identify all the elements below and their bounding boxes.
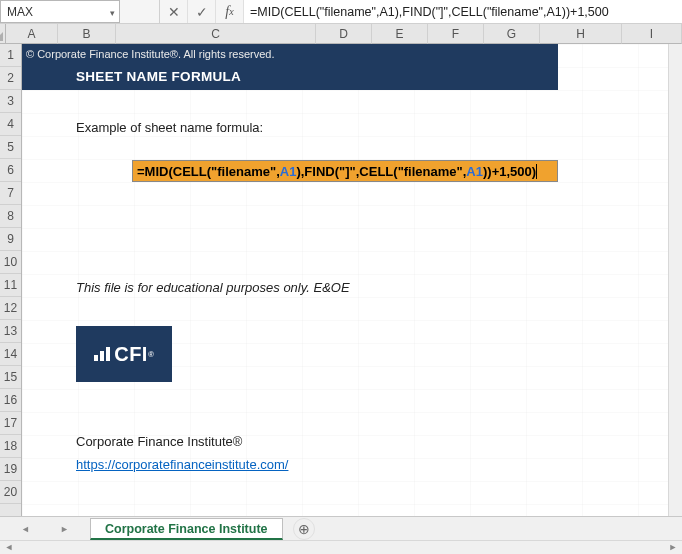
copyright-text: © Corporate Finance Institute®. All righ… bbox=[26, 48, 275, 60]
row-header[interactable]: 20 bbox=[0, 481, 21, 504]
row-header[interactable]: 16 bbox=[0, 389, 21, 412]
logo-text: CFI bbox=[114, 343, 148, 366]
formula-bar-text: =MID(CELL("filename",A1),FIND("]",CELL("… bbox=[250, 5, 609, 19]
title-band: © Corporate Finance Institute®. All righ… bbox=[22, 44, 558, 90]
row-header[interactable]: 10 bbox=[0, 251, 21, 274]
company-name: Corporate Finance Institute® bbox=[76, 434, 242, 449]
formula-token: +1,500 bbox=[492, 164, 532, 179]
formula-token: CELL bbox=[359, 164, 393, 179]
cancel-formula-button[interactable]: ✕ bbox=[160, 0, 188, 23]
insert-function-button[interactable]: fx bbox=[216, 0, 244, 23]
row-header[interactable]: 6 bbox=[0, 159, 21, 182]
row-header[interactable]: 14 bbox=[0, 343, 21, 366]
row-header[interactable]: 2 bbox=[0, 67, 21, 90]
tab-nav-buttons[interactable]: ◄ ► bbox=[0, 517, 90, 540]
column-header[interactable]: C bbox=[116, 24, 316, 44]
active-cell-c6[interactable]: =MID(CELL("filename",A1),FIND("]",CELL("… bbox=[132, 160, 558, 182]
scroll-left-icon[interactable]: ◄ bbox=[2, 542, 16, 554]
row-header[interactable]: 8 bbox=[0, 205, 21, 228]
column-header[interactable]: D bbox=[316, 24, 372, 44]
worksheet-grid[interactable]: 1 2 3 4 5 6 7 8 9 10 11 12 13 14 15 16 1… bbox=[0, 44, 682, 522]
column-header[interactable]: E bbox=[372, 24, 428, 44]
row-header[interactable]: 11 bbox=[0, 274, 21, 297]
column-header[interactable]: I bbox=[622, 24, 682, 44]
column-header[interactable]: A bbox=[6, 24, 58, 44]
formula-token: "]" bbox=[339, 164, 356, 179]
row-header[interactable]: 13 bbox=[0, 320, 21, 343]
formula-bar-input[interactable]: =MID(CELL("filename",A1),FIND("]",CELL("… bbox=[244, 0, 682, 23]
row-header[interactable]: 15 bbox=[0, 366, 21, 389]
column-header[interactable]: H bbox=[540, 24, 622, 44]
formula-token: CELL bbox=[173, 164, 207, 179]
tab-nav-next-icon[interactable]: ► bbox=[60, 524, 69, 534]
registered-mark: ® bbox=[148, 350, 154, 359]
example-label: Example of sheet name formula: bbox=[76, 120, 263, 135]
formula-token: "filename" bbox=[398, 164, 463, 179]
row-header[interactable]: 5 bbox=[0, 136, 21, 159]
horizontal-scrollbar[interactable]: ◄ ► bbox=[0, 540, 682, 554]
select-all-button[interactable] bbox=[0, 24, 6, 44]
formula-token: "filename" bbox=[211, 164, 276, 179]
text-cursor bbox=[536, 164, 537, 179]
formula-bar-row: MAX ▾ ✕ ✓ fx =MID(CELL("filename",A1),FI… bbox=[0, 0, 682, 24]
column-header[interactable]: G bbox=[484, 24, 540, 44]
row-header[interactable]: 17 bbox=[0, 412, 21, 435]
column-header[interactable]: F bbox=[428, 24, 484, 44]
chevron-down-icon[interactable]: ▾ bbox=[110, 8, 115, 18]
row-header[interactable]: 4 bbox=[0, 113, 21, 136]
row-header[interactable]: 9 bbox=[0, 228, 21, 251]
tab-nav-prev-icon[interactable]: ◄ bbox=[21, 524, 30, 534]
sheet-tab-bar: ◄ ► Corporate Finance Institute ⊕ bbox=[0, 516, 682, 540]
cfi-logo: CFI® bbox=[76, 326, 172, 382]
disclaimer-text: This file is for educational purposes on… bbox=[76, 280, 350, 295]
row-header[interactable]: 18 bbox=[0, 435, 21, 458]
scroll-right-icon[interactable]: ► bbox=[666, 542, 680, 554]
bars-icon bbox=[94, 347, 110, 361]
row-header[interactable]: 7 bbox=[0, 182, 21, 205]
row-header[interactable]: 19 bbox=[0, 458, 21, 481]
sheet-tab-label: Corporate Finance Institute bbox=[105, 522, 268, 536]
page-title: SHEET NAME FORMULA bbox=[76, 69, 241, 84]
row-header[interactable]: 1 bbox=[0, 44, 21, 67]
row-header[interactable]: 12 bbox=[0, 297, 21, 320]
cells-area[interactable]: © Corporate Finance Institute®. All righ… bbox=[22, 44, 682, 522]
row-header[interactable]: 3 bbox=[0, 90, 21, 113]
column-header[interactable]: B bbox=[58, 24, 116, 44]
sheet-tab-active[interactable]: Corporate Finance Institute bbox=[90, 518, 283, 540]
formula-token: A1 bbox=[280, 164, 297, 179]
row-headers: 1 2 3 4 5 6 7 8 9 10 11 12 13 14 15 16 1… bbox=[0, 44, 22, 522]
formula-token: A1 bbox=[466, 164, 483, 179]
company-link[interactable]: https://corporatefinanceinstitute.com/ bbox=[76, 457, 288, 472]
formula-bar-spacer bbox=[120, 0, 160, 23]
column-header-row: A B C D E F G H I bbox=[0, 24, 682, 44]
vertical-scrollbar[interactable] bbox=[668, 44, 682, 516]
formula-token: =MID bbox=[137, 164, 168, 179]
name-box-value: MAX bbox=[7, 5, 33, 19]
formula-token: FIND bbox=[304, 164, 334, 179]
add-sheet-button[interactable]: ⊕ bbox=[293, 518, 315, 540]
name-box[interactable]: MAX ▾ bbox=[0, 0, 120, 23]
enter-formula-button[interactable]: ✓ bbox=[188, 0, 216, 23]
